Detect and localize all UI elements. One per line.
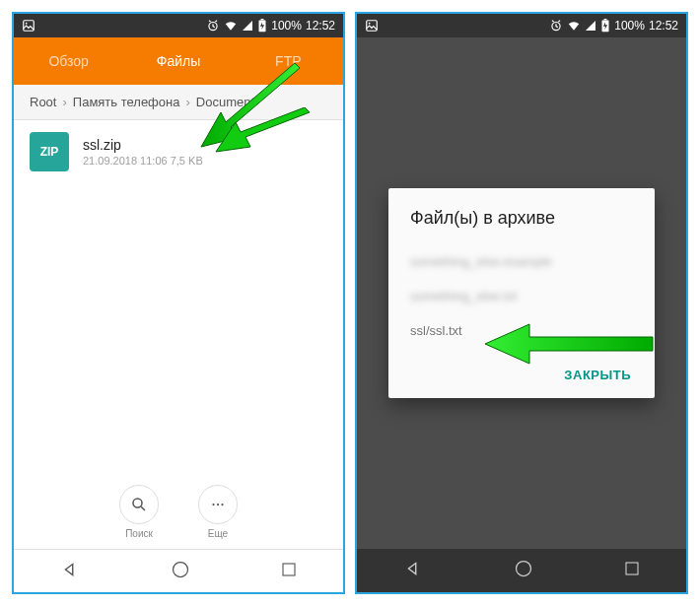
- zip-icon: ZIP: [30, 132, 69, 171]
- battery-percent: 100%: [614, 19, 645, 33]
- bottom-actions: Поиск Еще: [14, 485, 343, 539]
- file-name: ssl.zip: [83, 137, 327, 153]
- svg-point-8: [221, 504, 223, 505]
- battery-percent: 100%: [271, 19, 302, 33]
- svg-point-7: [217, 504, 219, 505]
- crumb-root[interactable]: Root: [24, 95, 62, 109]
- search-icon: [119, 485, 159, 524]
- svg-point-5: [133, 499, 142, 507]
- file-row[interactable]: ZIP ssl.zip 21.09.2018 11:06 7,5 KB: [14, 120, 343, 183]
- nav-back[interactable]: [39, 551, 101, 592]
- phone-left: 100% 12:52 Обзор Файлы FTP Root › Память…: [12, 12, 345, 594]
- svg-rect-10: [283, 564, 295, 575]
- archive-file-item[interactable]: ssl/ssl.txt: [388, 313, 655, 348]
- signal-icon: [585, 20, 596, 32]
- archive-file-item[interactable]: something_else.txt: [388, 279, 655, 313]
- statusbar: 100% 12:52: [357, 14, 686, 37]
- crumb-storage[interactable]: Память телефона: [67, 95, 186, 109]
- phone-right: 100% 12:52 Файл(ы) в архиве something_el…: [355, 12, 688, 594]
- clock-time: 12:52: [306, 19, 335, 33]
- search-label: Поиск: [125, 528, 153, 539]
- tab-files[interactable]: Файлы: [123, 39, 233, 83]
- image-icon: [22, 19, 35, 33]
- navbar: [14, 549, 343, 592]
- archive-dialog: Файл(ы) в архиве something_else.example …: [388, 188, 655, 398]
- svg-point-16: [516, 562, 530, 576]
- more-icon: [198, 485, 238, 524]
- close-button[interactable]: ЗАКРЫТЬ: [554, 360, 641, 390]
- nav-home[interactable]: [151, 552, 210, 591]
- file-list: ZIP ssl.zip 21.09.2018 11:06 7,5 KB: [14, 120, 343, 183]
- image-icon: [365, 19, 379, 33]
- alarm-icon: [549, 19, 563, 33]
- signal-icon: [242, 20, 253, 32]
- svg-point-12: [369, 23, 371, 25]
- nav-back[interactable]: [383, 550, 444, 591]
- svg-rect-4: [261, 19, 264, 20]
- nav-recent[interactable]: [603, 552, 661, 589]
- search-button[interactable]: Поиск: [119, 485, 159, 539]
- navbar: [357, 549, 686, 592]
- svg-rect-15: [604, 19, 607, 20]
- breadcrumb: Root › Память телефона › Document: [14, 85, 343, 120]
- svg-point-1: [26, 23, 28, 25]
- tab-overview[interactable]: Обзор: [14, 39, 123, 83]
- crumb-document[interactable]: Document: [190, 95, 260, 109]
- more-label: Еще: [208, 528, 228, 539]
- dialog-title: Файл(ы) в архиве: [388, 208, 655, 240]
- svg-rect-0: [24, 21, 35, 32]
- battery-icon: [600, 19, 610, 33]
- file-meta: 21.09.2018 11:06 7,5 KB: [83, 155, 327, 167]
- svg-rect-11: [367, 21, 378, 32]
- svg-point-6: [212, 504, 214, 505]
- dialog-overlay: Файл(ы) в архиве something_else.example …: [357, 37, 686, 549]
- more-button[interactable]: Еще: [198, 485, 238, 539]
- tab-ftp[interactable]: FTP: [234, 39, 343, 83]
- tab-bar: Обзор Файлы FTP: [14, 37, 343, 85]
- dialog-actions: ЗАКРЫТЬ: [388, 352, 655, 390]
- statusbar: 100% 12:52: [14, 14, 343, 37]
- nav-home[interactable]: [494, 551, 553, 590]
- dialog-file-list: something_else.example something_else.tx…: [388, 240, 655, 352]
- alarm-icon: [206, 19, 220, 33]
- svg-point-9: [173, 562, 187, 576]
- clock-time: 12:52: [649, 19, 678, 33]
- nav-recent[interactable]: [260, 553, 317, 590]
- battery-icon: [257, 19, 267, 33]
- svg-rect-17: [626, 563, 638, 574]
- wifi-icon: [224, 19, 238, 33]
- wifi-icon: [567, 19, 581, 33]
- archive-file-item[interactable]: something_else.example: [388, 244, 655, 279]
